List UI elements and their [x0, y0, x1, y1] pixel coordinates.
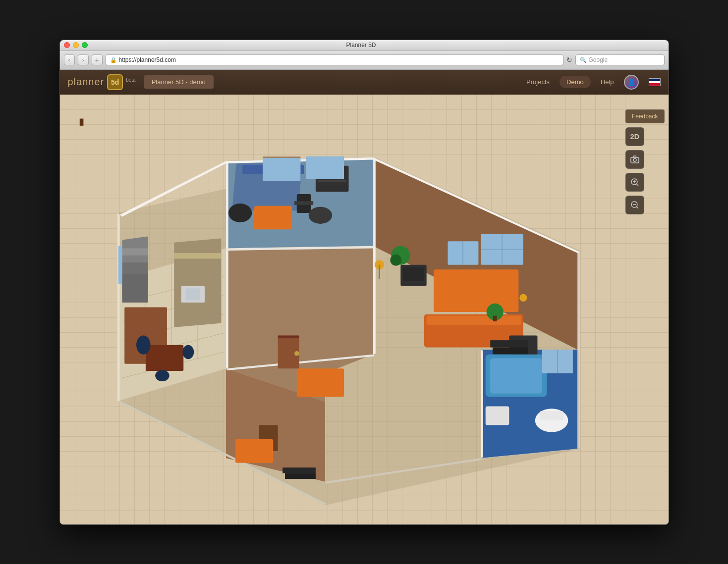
refresh-button[interactable]: ↻ — [566, 56, 572, 64]
svg-rect-86 — [118, 246, 122, 283]
project-tab[interactable]: Planner 5D - demo — [144, 75, 214, 89]
new-tab-button[interactable]: + — [92, 54, 103, 65]
zoom-out-icon — [630, 200, 640, 210]
app-header: planner 5d beta Planner 5D - demo Projec… — [60, 70, 669, 95]
window-title: Planner 5D — [59, 42, 665, 49]
svg-rect-71 — [296, 368, 343, 397]
svg-line-96 — [636, 206, 638, 208]
svg-point-46 — [155, 370, 169, 381]
camera-button[interactable] — [625, 150, 644, 169]
svg-rect-69 — [278, 335, 299, 338]
svg-rect-66 — [490, 340, 528, 347]
search-bar[interactable]: 🔍 Google — [575, 54, 665, 65]
projects-link[interactable]: Projects — [526, 78, 550, 86]
zoom-out-button[interactable] — [625, 196, 644, 214]
forward-button[interactable]: › — [78, 54, 89, 65]
address-bar[interactable]: 🔒 https://planner5d.com — [106, 54, 563, 65]
svg-marker-21 — [481, 350, 483, 458]
logo-5d: 5d — [111, 78, 119, 86]
camera-icon — [630, 154, 640, 164]
svg-rect-61 — [426, 315, 520, 325]
svg-line-93 — [636, 184, 638, 186]
svg-rect-33 — [294, 201, 313, 205]
avatar[interactable]: 👤 — [624, 75, 639, 90]
language-flag[interactable] — [649, 78, 661, 86]
svg-rect-74 — [282, 467, 316, 473]
svg-point-45 — [182, 345, 194, 359]
lock-icon: 🔒 — [110, 57, 117, 63]
beta-badge: beta — [126, 77, 135, 83]
floor-plan-3d[interactable] — [70, 104, 599, 519]
svg-rect-28 — [253, 205, 292, 229]
svg-point-44 — [136, 335, 151, 354]
svg-rect-67 — [493, 347, 528, 354]
svg-rect-42 — [122, 274, 148, 302]
svg-rect-35 — [174, 253, 221, 258]
svg-rect-85 — [306, 156, 343, 179]
nav-links: Projects Demo Help 👤 — [526, 75, 660, 90]
svg-marker-17 — [225, 161, 228, 368]
svg-rect-79 — [540, 410, 563, 420]
svg-rect-75 — [285, 473, 316, 478]
svg-rect-77 — [490, 358, 542, 393]
svg-point-89 — [633, 158, 636, 161]
zoom-in-icon — [630, 177, 640, 187]
titlebar: Planner 5D — [60, 40, 669, 51]
logo-icon: 5d — [107, 74, 123, 90]
svg-rect-51 — [79, 118, 83, 125]
svg-rect-30 — [318, 180, 346, 182]
search-placeholder: Google — [589, 56, 608, 63]
logo-text: planner — [68, 76, 105, 88]
back-button[interactable]: ‹ — [64, 54, 75, 65]
svg-rect-54 — [433, 269, 518, 312]
demo-link[interactable]: Demo — [560, 76, 591, 88]
svg-marker-15 — [117, 213, 119, 402]
svg-rect-37 — [186, 288, 200, 300]
logo-area: planner 5d beta — [68, 74, 136, 90]
svg-point-87 — [308, 206, 332, 223]
svg-point-64 — [519, 294, 527, 301]
svg-rect-83 — [263, 157, 300, 181]
browser-toolbar: ‹ › + 🔒 https://planner5d.com ↻ 🔍 Google — [60, 51, 669, 70]
search-icon: 🔍 — [580, 57, 587, 63]
svg-point-31 — [228, 203, 252, 222]
svg-rect-73 — [235, 439, 273, 463]
feedback-button[interactable]: Feedback — [625, 109, 665, 123]
svg-point-70 — [294, 351, 299, 356]
view-2d-button[interactable]: 2D — [625, 127, 644, 146]
svg-rect-39 — [122, 248, 148, 255]
svg-point-50 — [390, 254, 401, 265]
browser-window: Planner 5D ‹ › + 🔒 https://planner5d.com… — [59, 40, 669, 525]
svg-marker-18 — [373, 157, 376, 354]
svg-rect-34 — [174, 238, 221, 327]
url-text: https://planner5d.com — [119, 56, 176, 63]
main-canvas[interactable]: Feedback 2D — [60, 95, 669, 524]
svg-rect-43 — [146, 345, 183, 370]
svg-rect-53 — [403, 267, 424, 281]
zoom-in-button[interactable] — [625, 173, 644, 192]
svg-rect-63 — [493, 315, 497, 321]
right-toolbar: Feedback 2D — [625, 109, 665, 214]
svg-rect-80 — [485, 406, 509, 425]
floor-plan-svg — [70, 104, 599, 519]
help-link[interactable]: Help — [601, 78, 614, 86]
